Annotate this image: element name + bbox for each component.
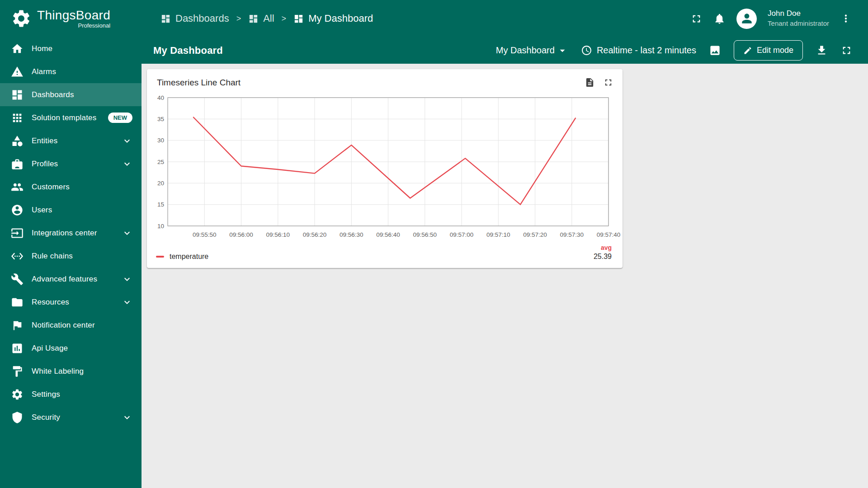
timewindow-label: Realtime - last 2 minutes [597, 45, 696, 56]
dashboard-select[interactable]: My Dashboard [496, 45, 568, 56]
sidebar-item-dashboards[interactable]: Dashboards [0, 83, 142, 106]
sidebar-item-label: Advanced features [32, 275, 97, 284]
sidebar-item-entities[interactable]: Entities [0, 129, 142, 152]
breadcrumb: Dashboards>All>My Dashboard [160, 13, 373, 24]
y-tick-label: 40 [157, 94, 164, 101]
x-tick-label: 09:56:50 [413, 231, 437, 238]
legend-avg-label: avg [156, 244, 612, 251]
user-name: John Doe [768, 9, 829, 19]
dashboard-toolbar: My Dashboard My Dashboard Realtime - las… [142, 37, 868, 64]
topbar: Dashboards>All>My Dashboard John Doe Ten… [142, 0, 868, 37]
sidebar-item-integrations-center[interactable]: Integrations center [0, 221, 142, 244]
more-vert-icon[interactable] [840, 13, 852, 24]
fullscreen-toolbar-icon[interactable] [840, 44, 853, 56]
chevron-down-icon [122, 136, 132, 146]
breadcrumb-item-my-dashboard[interactable]: My Dashboard [293, 13, 373, 24]
user-info[interactable]: John Doe Tenant administrator [768, 9, 829, 28]
image-icon[interactable] [709, 44, 721, 56]
sidebar-item-rule-chains[interactable]: Rule chains [0, 244, 142, 267]
avatar[interactable] [736, 9, 757, 29]
security-icon [11, 411, 24, 424]
sidebar-item-label: Api Usage [32, 344, 68, 353]
edit-mode-button[interactable]: Edit mode [734, 40, 803, 61]
sidebar-item-alarms[interactable]: Alarms [0, 60, 142, 83]
user-role: Tenant administrator [768, 19, 829, 28]
fullscreen-icon[interactable] [690, 13, 703, 25]
integrations-icon [11, 227, 24, 239]
legend-item-temperature[interactable]: temperature [156, 253, 208, 261]
export-widget-icon[interactable] [585, 77, 595, 88]
dashboards-icon [248, 14, 259, 24]
sidebar-item-white-labeling[interactable]: White Labeling [0, 360, 142, 383]
widget-title: Timeseries Line Chart [157, 78, 241, 88]
sidebar: ThingsBoard Professional HomeAlarmsDashb… [0, 0, 142, 488]
users-icon [11, 204, 24, 216]
sidebar-item-label: Solution templates [32, 113, 96, 122]
timeseries-chart[interactable]: 1015202530354009:55:5009:56:0009:56:1009… [154, 95, 612, 239]
sidebar-item-notification-center[interactable]: Notification center [0, 314, 142, 337]
widget-actions [585, 77, 613, 88]
x-tick-label: 09:56:10 [266, 231, 290, 238]
x-tick-label: 09:57:00 [450, 231, 474, 238]
x-tick-label: 09:57:40 [597, 231, 621, 238]
resources-icon [11, 296, 24, 309]
main-column: Dashboards>All>My Dashboard John Doe Ten… [142, 0, 868, 488]
app-root: ThingsBoard Professional HomeAlarmsDashb… [0, 0, 868, 488]
chevron-down-icon [122, 228, 132, 239]
breadcrumb-label: All [263, 13, 274, 24]
sidebar-item-api-usage[interactable]: Api Usage [0, 337, 142, 360]
sidebar-item-label: White Labeling [32, 367, 84, 376]
thingsboard-logo-icon [11, 8, 32, 29]
sidebar-item-label: Rule chains [32, 252, 73, 261]
legend-avg-value: 25.39 [594, 253, 612, 261]
breadcrumb-item-all[interactable]: All [248, 13, 274, 24]
edit-icon [743, 46, 752, 55]
chevron-down-icon [122, 159, 132, 169]
y-tick-label: 20 [157, 180, 164, 187]
entities-icon [11, 135, 24, 147]
breadcrumb-item-dashboards[interactable]: Dashboards [160, 13, 229, 24]
breadcrumb-separator: > [282, 14, 287, 23]
sidebar-item-advanced-features[interactable]: Advanced features [0, 267, 142, 291]
x-tick-label: 09:57:30 [560, 231, 584, 238]
timeseries-widget: Timeseries Line Chart 1015202530354009:5… [147, 69, 623, 268]
widget-header: Timeseries Line Chart [154, 76, 615, 90]
sidebar-item-resources[interactable]: Resources [0, 291, 142, 314]
advanced-features-icon [11, 273, 24, 286]
app-logo[interactable]: ThingsBoard Professional [0, 0, 142, 37]
sidebar-item-solution-templates[interactable]: Solution templatesNEW [0, 106, 142, 129]
sidebar-item-customers[interactable]: Customers [0, 175, 142, 198]
sidebar-item-label: Integrations center [32, 229, 97, 238]
sidebar-item-users[interactable]: Users [0, 198, 142, 221]
rule-chains-icon [11, 250, 24, 263]
sidebar-item-profiles[interactable]: Profiles [0, 152, 142, 175]
chevron-down-icon [557, 45, 568, 56]
sidebar-item-settings[interactable]: Settings [0, 383, 142, 406]
x-tick-label: 09:57:10 [486, 231, 510, 238]
app-edition: Professional [78, 22, 111, 29]
download-icon[interactable] [816, 44, 828, 56]
notifications-icon[interactable] [713, 13, 726, 25]
x-tick-label: 09:57:20 [523, 231, 547, 238]
app-name: ThingsBoard [37, 8, 110, 23]
sidebar-item-home[interactable]: Home [0, 37, 142, 60]
sidebar-item-label: Security [32, 413, 60, 422]
dashboards-icon [11, 89, 24, 101]
breadcrumb-label: My Dashboard [308, 13, 373, 24]
white-labeling-icon [11, 365, 24, 378]
breadcrumb-label: Dashboards [175, 13, 229, 24]
chevron-down-icon [122, 297, 132, 308]
sidebar-item-label: Notification center [32, 321, 95, 330]
dashboard-content: Timeseries Line Chart 1015202530354009:5… [142, 64, 868, 488]
sidebar-item-security[interactable]: Security [0, 406, 142, 429]
legend-series-label: temperature [170, 253, 208, 261]
customers-icon [11, 181, 24, 193]
x-tick-label: 09:56:20 [303, 231, 327, 238]
x-tick-label: 09:56:40 [376, 231, 400, 238]
timewindow-button[interactable]: Realtime - last 2 minutes [581, 45, 696, 56]
x-tick-label: 09:56:00 [229, 231, 253, 238]
profiles-icon [11, 158, 24, 170]
topbar-actions: John Doe Tenant administrator [690, 9, 852, 29]
expand-icon[interactable] [603, 77, 613, 88]
y-tick-label: 25 [157, 159, 164, 165]
